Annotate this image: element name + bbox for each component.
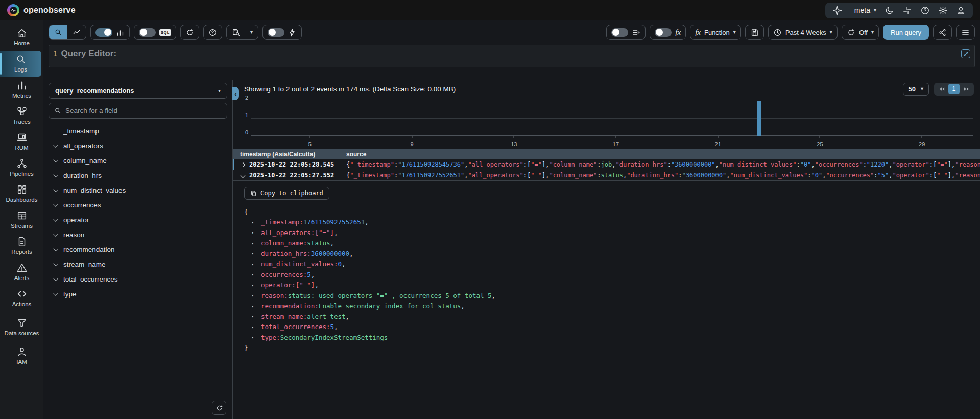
expand-row-icon[interactable]: [241, 162, 246, 167]
chevron-down-icon[interactable]: [53, 246, 58, 251]
caret-down-icon[interactable]: ▾: [251, 262, 256, 267]
field-item-stream_name[interactable]: stream_name: [49, 257, 227, 272]
wrap-lines-toggle[interactable]: [611, 28, 628, 37]
stream-select[interactable]: query_recommendations ▾: [49, 83, 227, 99]
ai-sparkle-icon[interactable]: [832, 6, 842, 15]
wrap-lines-toggle-button[interactable]: [606, 25, 646, 40]
slack-icon[interactable]: [902, 6, 912, 15]
field-item-type[interactable]: type: [49, 287, 227, 301]
sidebar-item-data-sources[interactable]: Data sources: [0, 311, 43, 343]
chevron-down-icon[interactable]: [53, 187, 58, 192]
chevron-down-icon[interactable]: [53, 261, 58, 266]
caret-down-icon[interactable]: ▾: [251, 230, 256, 235]
org-name: _meta: [850, 6, 870, 14]
chevron-down-icon[interactable]: [53, 143, 58, 148]
sidebar-item-rum[interactable]: RUM: [0, 129, 43, 155]
caret-down-icon[interactable]: ▾: [251, 293, 256, 298]
caret-down-icon[interactable]: ▾: [251, 324, 256, 330]
auto-refresh-select[interactable]: Off ▾: [842, 25, 879, 40]
histogram-toggle[interactable]: [95, 28, 112, 37]
field-item-_timestamp[interactable]: _timestamp: [49, 124, 227, 138]
source-token: "occurrences": [815, 161, 863, 168]
saved-views-button[interactable]: [227, 25, 245, 39]
chevron-down-icon[interactable]: [53, 276, 58, 281]
caret-down-icon[interactable]: ▾: [251, 241, 256, 246]
time-range-select[interactable]: Past 4 Weeks ▾: [768, 25, 838, 40]
theme-moon-icon[interactable]: [885, 6, 894, 15]
field-item-recommendation[interactable]: recommendation: [49, 242, 227, 257]
chevron-down-icon[interactable]: [53, 231, 58, 237]
quick-mode-toggle-button[interactable]: [262, 25, 302, 40]
sidebar-item-streams[interactable]: Streams: [0, 207, 43, 233]
caret-down-icon[interactable]: ▾: [251, 220, 256, 225]
chevron-down-icon[interactable]: [53, 172, 58, 177]
chevron-down-icon[interactable]: [53, 217, 58, 222]
sidebar-item-home[interactable]: Home: [0, 25, 43, 51]
transform-toggle[interactable]: [655, 28, 672, 37]
transform-toggle-button[interactable]: fx: [650, 25, 686, 40]
histogram-toggle-button[interactable]: [90, 25, 130, 40]
sidebar-item-metrics[interactable]: Metrics: [0, 77, 43, 103]
search-icon: [54, 107, 61, 114]
field-item-total_occurrences[interactable]: total_occurrences: [49, 272, 227, 287]
more-menu-button[interactable]: [956, 25, 975, 40]
query-editor[interactable]: 1 Query Editor:: [49, 45, 975, 67]
editor-expand-button[interactable]: [961, 49, 970, 58]
sql-mode-toggle-button[interactable]: SQL: [134, 25, 176, 40]
page-size-select[interactable]: 50 ▾: [903, 83, 929, 96]
chevron-down-icon[interactable]: [53, 157, 58, 162]
query-help-button[interactable]: [203, 25, 222, 40]
table-row[interactable]: 2025-10-22 22:05:28.545{"_timestamp":"17…: [233, 159, 980, 170]
chevron-down-icon[interactable]: [53, 202, 58, 207]
caret-down-icon[interactable]: ▾: [251, 283, 256, 288]
metrics-mode-button[interactable]: [67, 25, 86, 39]
field-item-reason[interactable]: reason: [49, 227, 227, 242]
sidebar-item-logs[interactable]: Logs: [0, 51, 41, 77]
first-page-button[interactable]: [937, 84, 946, 94]
field-item-column_name[interactable]: column_name: [49, 153, 227, 168]
share-link-button[interactable]: [933, 25, 952, 40]
sidebar-item-traces[interactable]: Traces: [0, 103, 43, 129]
field-item-num_distinct_values[interactable]: num_distinct_values: [49, 183, 227, 198]
quick-mode-toggle[interactable]: [268, 28, 284, 37]
reset-filters-button[interactable]: [180, 25, 199, 40]
saved-views-control: ▾: [226, 25, 258, 40]
app-logo[interactable]: openobserve: [7, 4, 76, 16]
sql-mode-toggle[interactable]: [139, 28, 156, 37]
refresh-fields-button[interactable]: [212, 401, 226, 415]
sidebar-item-reports[interactable]: Reports: [0, 233, 43, 259]
function-select[interactable]: fx Function ▾: [690, 25, 741, 40]
sidebar-item-iam[interactable]: IAM: [0, 343, 43, 369]
field-item-all_operators[interactable]: all_operators: [49, 138, 227, 153]
settings-gear-icon[interactable]: [938, 6, 948, 15]
caret-down-icon[interactable]: ▾: [251, 251, 256, 256]
field-search-input[interactable]: [65, 107, 222, 114]
sidebar-item-dashboards[interactable]: Dashboards: [0, 181, 43, 207]
help-icon[interactable]: [920, 6, 930, 15]
json-value: SecondaryIndexStreamSettings: [280, 334, 388, 341]
field-item-operator[interactable]: operator: [49, 213, 227, 227]
run-query-button[interactable]: Run query: [883, 25, 929, 40]
saved-views-dropdown[interactable]: ▾: [245, 25, 258, 39]
chevron-down-icon[interactable]: [53, 291, 58, 296]
caret-down-icon[interactable]: ▾: [251, 272, 256, 277]
sidebar-item-alerts[interactable]: Alerts: [0, 259, 43, 285]
last-page-button[interactable]: [962, 84, 971, 94]
field-item-occurrences[interactable]: occurrences: [49, 198, 227, 213]
search-mode-button[interactable]: [49, 25, 67, 39]
copy-to-clipboard-button[interactable]: Copy to clipboard: [244, 187, 329, 200]
collapse-row-icon[interactable]: [241, 173, 246, 178]
current-page-button[interactable]: 1: [948, 84, 960, 94]
sidebar-item-actions[interactable]: Actions: [0, 285, 43, 311]
profile-icon[interactable]: [956, 6, 966, 15]
collapse-fields-handle[interactable]: ‹: [232, 87, 239, 100]
sidebar-item-pipelines[interactable]: Pipelines: [0, 155, 43, 181]
caret-down-icon[interactable]: ▾: [251, 314, 256, 319]
caret-down-icon[interactable]: ▾: [251, 304, 256, 309]
save-function-button[interactable]: [745, 25, 764, 40]
table-row[interactable]: 2025-10-22 22:05:27.552{"_timestamp":"17…: [233, 170, 980, 181]
field-item-duration_hrs[interactable]: duration_hrs: [49, 168, 227, 183]
caret-down-icon[interactable]: ▾: [251, 335, 256, 340]
field-name: duration_hrs: [63, 172, 102, 179]
org-selector[interactable]: _meta ▾: [850, 6, 876, 14]
